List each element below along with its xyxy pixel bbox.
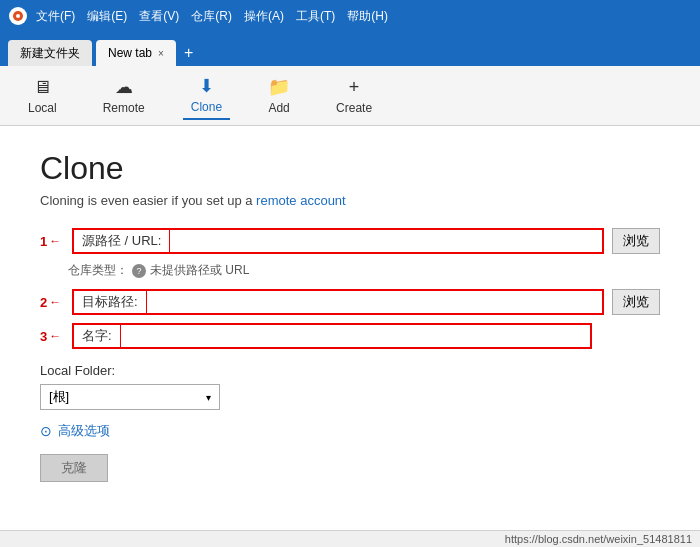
source-url-group: 源路径 / URL:: [72, 228, 604, 254]
tab-folder-label: 新建文件夹: [20, 45, 80, 62]
clone-icon: ⬇: [199, 75, 214, 97]
browse-source-button[interactable]: 浏览: [612, 228, 660, 254]
toolbar-create[interactable]: + Create: [328, 73, 380, 119]
menu-repo[interactable]: 仓库(R): [191, 8, 232, 25]
hint-error-text: 未提供路径或 URL: [150, 262, 249, 279]
field1-number: 1: [40, 234, 64, 249]
target-path-group: 目标路径:: [72, 289, 604, 315]
status-bar: https://blog.csdn.net/weixin_51481811: [0, 530, 700, 547]
new-tab-button[interactable]: +: [176, 40, 201, 66]
folder-select-arrow-icon: ▾: [206, 392, 211, 403]
name-input[interactable]: [121, 325, 590, 347]
target-path-row: 2 目标路径: 浏览: [40, 289, 660, 315]
menu-view[interactable]: 查看(V): [139, 8, 179, 25]
toolbar-add[interactable]: 📁 Add: [260, 72, 298, 119]
menu-edit[interactable]: 编辑(E): [87, 8, 127, 25]
tab-folder[interactable]: 新建文件夹: [8, 40, 92, 66]
toolbar-remote[interactable]: ☁ Remote: [95, 72, 153, 119]
repo-type-text: 仓库类型：: [68, 262, 128, 279]
source-url-input[interactable]: [170, 230, 602, 252]
tab-new[interactable]: New tab ×: [96, 40, 176, 66]
toolbar-local[interactable]: 🖥 Local: [20, 73, 65, 119]
folder-select-value: [根]: [49, 388, 69, 406]
source-url-row: 1 源路径 / URL: 浏览: [40, 228, 660, 254]
folder-select-wrap: [根] ▾: [40, 384, 660, 410]
title-bar: 文件(F) 编辑(E) 查看(V) 仓库(R) 操作(A) 工具(T) 帮助(H…: [0, 0, 700, 32]
advanced-options-row[interactable]: ⊙ 高级选项: [40, 422, 660, 440]
svg-point-2: [16, 14, 20, 18]
local-icon: 🖥: [33, 77, 51, 98]
name-label: 名字:: [74, 325, 121, 347]
field2-number: 2: [40, 295, 64, 310]
target-path-label: 目标路径:: [74, 291, 147, 313]
clone-subtitle: Cloning is even easier if you set up a r…: [40, 193, 660, 208]
menu-file[interactable]: 文件(F): [36, 8, 75, 25]
name-row: 3 名字:: [40, 323, 660, 349]
toolbar-remote-label: Remote: [103, 101, 145, 115]
toolbar-add-label: Add: [268, 101, 289, 115]
remote-account-link[interactable]: remote account: [256, 193, 346, 208]
field3-number: 3: [40, 329, 64, 344]
create-icon: +: [349, 77, 360, 98]
tab-close-icon[interactable]: ×: [158, 48, 164, 59]
browse-target-button[interactable]: 浏览: [612, 289, 660, 315]
folder-select[interactable]: [根] ▾: [40, 384, 220, 410]
toolbar: 🖥 Local ☁ Remote ⬇ Clone 📁 Add + Create: [0, 66, 700, 126]
target-path-input[interactable]: [147, 291, 602, 313]
source-url-label: 源路径 / URL:: [74, 230, 170, 252]
menu-help[interactable]: 帮助(H): [347, 8, 388, 25]
tab-bar: 新建文件夹 New tab × +: [0, 32, 700, 66]
name-group: 名字:: [72, 323, 592, 349]
subtitle-text: Cloning is even easier if you set up a: [40, 193, 252, 208]
clone-button[interactable]: 克隆: [40, 454, 108, 482]
source-hint: 仓库类型： ? 未提供路径或 URL: [68, 262, 660, 279]
tab-new-label: New tab: [108, 46, 152, 60]
toolbar-clone[interactable]: ⬇ Clone: [183, 71, 230, 120]
main-content: Clone Cloning is even easier if you set …: [0, 126, 700, 547]
menu-tools[interactable]: 工具(T): [296, 8, 335, 25]
menu-bar: 文件(F) 编辑(E) 查看(V) 仓库(R) 操作(A) 工具(T) 帮助(H…: [36, 8, 388, 25]
status-url: https://blog.csdn.net/weixin_51481811: [505, 533, 692, 545]
hint-icon: ?: [132, 264, 146, 278]
toolbar-local-label: Local: [28, 101, 57, 115]
advanced-expand-icon: ⊙: [40, 423, 52, 439]
remote-icon: ☁: [115, 76, 133, 98]
app-logo: [8, 6, 28, 26]
local-folder-label: Local Folder:: [40, 363, 660, 378]
local-folder-section: Local Folder: [根] ▾: [40, 363, 660, 410]
toolbar-clone-label: Clone: [191, 100, 222, 114]
add-icon: 📁: [268, 76, 290, 98]
page-title: Clone: [40, 150, 660, 187]
advanced-options-label: 高级选项: [58, 422, 110, 440]
toolbar-create-label: Create: [336, 101, 372, 115]
menu-action[interactable]: 操作(A): [244, 8, 284, 25]
